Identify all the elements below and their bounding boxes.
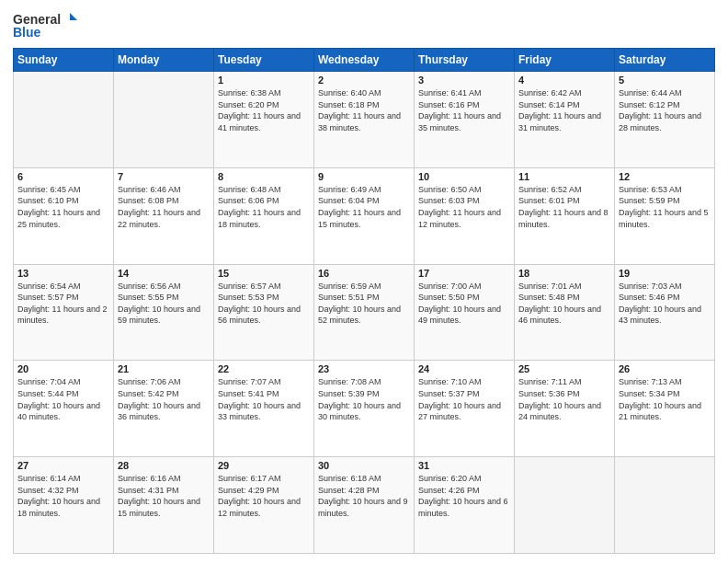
day-info: Sunrise: 7:11 AM Sunset: 5:36 PM Dayligh… (518, 376, 610, 422)
day-number: 7 (118, 171, 210, 182)
day-info: Sunrise: 6:14 AM Sunset: 4:32 PM Dayligh… (17, 473, 109, 519)
day-number: 6 (17, 171, 109, 182)
day-number: 5 (619, 75, 711, 86)
calendar-cell: 3Sunrise: 6:41 AM Sunset: 6:16 PM Daylig… (415, 72, 515, 168)
calendar-cell: 6Sunrise: 6:45 AM Sunset: 6:10 PM Daylig… (14, 167, 114, 264)
calendar-table: Sunday Monday Tuesday Wednesday Thursday… (13, 48, 715, 554)
day-number: 20 (17, 363, 109, 374)
col-saturday: Saturday (615, 49, 715, 72)
calendar-cell (14, 72, 114, 168)
day-info: Sunrise: 6:50 AM Sunset: 6:03 PM Dayligh… (418, 184, 510, 230)
day-number: 13 (17, 268, 109, 279)
day-number: 12 (619, 171, 711, 182)
day-number: 27 (17, 460, 109, 471)
calendar-cell: 12Sunrise: 6:53 AM Sunset: 5:59 PM Dayli… (615, 167, 715, 264)
calendar-cell: 21Sunrise: 7:06 AM Sunset: 5:42 PM Dayli… (114, 361, 214, 457)
calendar-cell (114, 72, 214, 168)
day-number: 31 (418, 460, 510, 471)
day-info: Sunrise: 6:56 AM Sunset: 5:55 PM Dayligh… (118, 281, 210, 327)
day-number: 28 (118, 460, 210, 471)
calendar-cell: 24Sunrise: 7:10 AM Sunset: 5:37 PM Dayli… (415, 361, 515, 457)
day-info: Sunrise: 7:08 AM Sunset: 5:39 PM Dayligh… (318, 376, 410, 422)
day-info: Sunrise: 7:07 AM Sunset: 5:41 PM Dayligh… (218, 376, 310, 422)
col-friday: Friday (515, 49, 615, 72)
calendar-cell: 4Sunrise: 6:42 AM Sunset: 6:14 PM Daylig… (515, 72, 615, 168)
calendar-cell: 18Sunrise: 7:01 AM Sunset: 5:48 PM Dayli… (515, 264, 615, 361)
day-info: Sunrise: 6:59 AM Sunset: 5:51 PM Dayligh… (318, 281, 410, 327)
calendar-cell: 23Sunrise: 7:08 AM Sunset: 5:39 PM Dayli… (314, 361, 415, 457)
svg-text:Blue: Blue (13, 25, 41, 40)
logo-svg: General Blue (13, 9, 77, 42)
day-info: Sunrise: 6:38 AM Sunset: 6:20 PM Dayligh… (218, 87, 310, 133)
day-info: Sunrise: 7:13 AM Sunset: 5:34 PM Dayligh… (619, 376, 711, 422)
day-info: Sunrise: 6:57 AM Sunset: 5:53 PM Dayligh… (218, 281, 310, 327)
calendar-week-row: 13Sunrise: 6:54 AM Sunset: 5:57 PM Dayli… (14, 264, 715, 361)
day-info: Sunrise: 6:40 AM Sunset: 6:18 PM Dayligh… (318, 87, 410, 133)
day-info: Sunrise: 6:17 AM Sunset: 4:29 PM Dayligh… (218, 473, 310, 519)
day-number: 3 (418, 75, 510, 86)
day-info: Sunrise: 7:03 AM Sunset: 5:46 PM Dayligh… (619, 281, 711, 327)
page: General Blue Sunday Monday Tuesday Wedne… (0, 0, 728, 563)
day-number: 15 (218, 268, 310, 279)
day-info: Sunrise: 6:48 AM Sunset: 6:06 PM Dayligh… (218, 184, 310, 230)
day-info: Sunrise: 6:18 AM Sunset: 4:28 PM Dayligh… (318, 473, 410, 519)
calendar-cell: 7Sunrise: 6:46 AM Sunset: 6:08 PM Daylig… (114, 167, 214, 264)
calendar-cell: 1Sunrise: 6:38 AM Sunset: 6:20 PM Daylig… (214, 72, 314, 168)
calendar-cell: 11Sunrise: 6:52 AM Sunset: 6:01 PM Dayli… (515, 167, 615, 264)
calendar-cell (515, 457, 615, 554)
day-number: 25 (518, 363, 610, 374)
day-info: Sunrise: 6:42 AM Sunset: 6:14 PM Dayligh… (518, 87, 610, 133)
calendar-cell: 28Sunrise: 6:16 AM Sunset: 4:31 PM Dayli… (114, 457, 214, 554)
day-number: 18 (518, 268, 610, 279)
day-number: 17 (418, 268, 510, 279)
day-number: 16 (318, 268, 410, 279)
day-number: 11 (518, 171, 610, 182)
day-info: Sunrise: 6:45 AM Sunset: 6:10 PM Dayligh… (17, 184, 109, 230)
day-number: 29 (218, 460, 310, 471)
calendar-cell: 10Sunrise: 6:50 AM Sunset: 6:03 PM Dayli… (415, 167, 515, 264)
day-number: 4 (518, 75, 610, 86)
day-info: Sunrise: 6:20 AM Sunset: 4:26 PM Dayligh… (418, 473, 510, 519)
calendar-cell: 25Sunrise: 7:11 AM Sunset: 5:36 PM Dayli… (515, 361, 615, 457)
logo: General Blue (13, 9, 77, 42)
day-number: 10 (418, 171, 510, 182)
day-number: 22 (218, 363, 310, 374)
calendar-cell: 31Sunrise: 6:20 AM Sunset: 4:26 PM Dayli… (415, 457, 515, 554)
day-info: Sunrise: 6:52 AM Sunset: 6:01 PM Dayligh… (518, 184, 610, 230)
calendar-cell: 29Sunrise: 6:17 AM Sunset: 4:29 PM Dayli… (214, 457, 314, 554)
day-info: Sunrise: 6:41 AM Sunset: 6:16 PM Dayligh… (418, 87, 510, 133)
day-number: 26 (619, 363, 711, 374)
svg-marker-1 (70, 13, 77, 20)
day-info: Sunrise: 7:00 AM Sunset: 5:50 PM Dayligh… (418, 281, 510, 327)
calendar-cell: 2Sunrise: 6:40 AM Sunset: 6:18 PM Daylig… (314, 72, 415, 168)
day-info: Sunrise: 6:49 AM Sunset: 6:04 PM Dayligh… (318, 184, 410, 230)
calendar-week-row: 1Sunrise: 6:38 AM Sunset: 6:20 PM Daylig… (14, 72, 715, 168)
calendar-cell: 27Sunrise: 6:14 AM Sunset: 4:32 PM Dayli… (14, 457, 114, 554)
day-number: 21 (118, 363, 210, 374)
col-sunday: Sunday (14, 49, 114, 72)
calendar-cell: 13Sunrise: 6:54 AM Sunset: 5:57 PM Dayli… (14, 264, 114, 361)
day-info: Sunrise: 7:04 AM Sunset: 5:44 PM Dayligh… (17, 376, 109, 422)
day-number: 2 (318, 75, 410, 86)
day-info: Sunrise: 6:53 AM Sunset: 5:59 PM Dayligh… (619, 184, 711, 230)
day-info: Sunrise: 7:01 AM Sunset: 5:48 PM Dayligh… (518, 281, 610, 327)
calendar-cell: 8Sunrise: 6:48 AM Sunset: 6:06 PM Daylig… (214, 167, 314, 264)
calendar-cell: 9Sunrise: 6:49 AM Sunset: 6:04 PM Daylig… (314, 167, 415, 264)
calendar-week-row: 20Sunrise: 7:04 AM Sunset: 5:44 PM Dayli… (14, 361, 715, 457)
calendar-cell: 22Sunrise: 7:07 AM Sunset: 5:41 PM Dayli… (214, 361, 314, 457)
day-info: Sunrise: 6:46 AM Sunset: 6:08 PM Dayligh… (118, 184, 210, 230)
calendar-cell (615, 457, 715, 554)
day-info: Sunrise: 6:16 AM Sunset: 4:31 PM Dayligh… (118, 473, 210, 519)
calendar-cell: 15Sunrise: 6:57 AM Sunset: 5:53 PM Dayli… (214, 264, 314, 361)
day-number: 30 (318, 460, 410, 471)
col-tuesday: Tuesday (214, 49, 314, 72)
day-number: 14 (118, 268, 210, 279)
day-number: 24 (418, 363, 510, 374)
calendar-cell: 17Sunrise: 7:00 AM Sunset: 5:50 PM Dayli… (415, 264, 515, 361)
col-wednesday: Wednesday (314, 49, 415, 72)
day-info: Sunrise: 7:06 AM Sunset: 5:42 PM Dayligh… (118, 376, 210, 422)
header: General Blue (13, 9, 715, 42)
calendar-cell: 19Sunrise: 7:03 AM Sunset: 5:46 PM Dayli… (615, 264, 715, 361)
calendar-cell: 20Sunrise: 7:04 AM Sunset: 5:44 PM Dayli… (14, 361, 114, 457)
calendar-cell: 14Sunrise: 6:56 AM Sunset: 5:55 PM Dayli… (114, 264, 214, 361)
